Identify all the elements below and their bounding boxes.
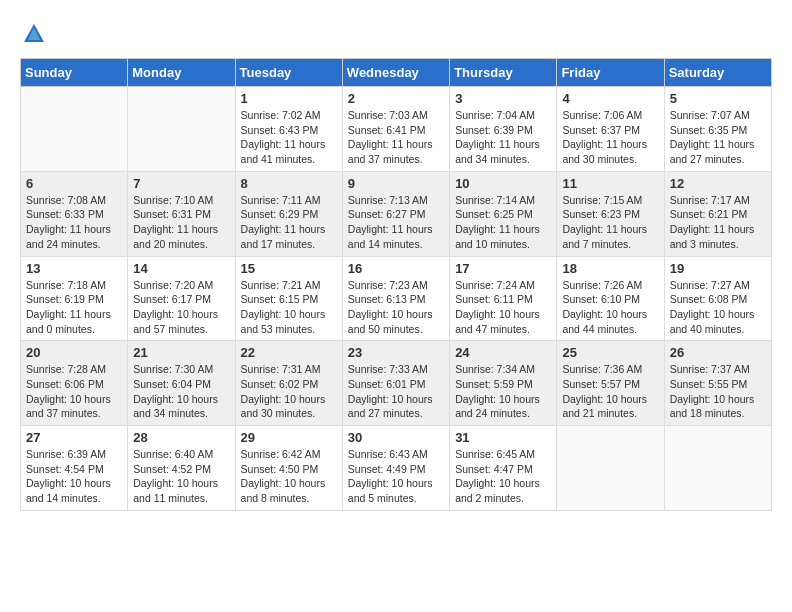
day-info: Sunrise: 7:24 AM Sunset: 6:11 PM Dayligh…: [455, 278, 551, 337]
table-row: 12Sunrise: 7:17 AM Sunset: 6:21 PM Dayli…: [664, 171, 771, 256]
day-info: Sunrise: 7:14 AM Sunset: 6:25 PM Dayligh…: [455, 193, 551, 252]
day-number: 22: [241, 345, 337, 360]
calendar: SundayMondayTuesdayWednesdayThursdayFrid…: [20, 58, 772, 511]
day-number: 8: [241, 176, 337, 191]
header: [20, 20, 772, 48]
day-info: Sunrise: 7:21 AM Sunset: 6:15 PM Dayligh…: [241, 278, 337, 337]
week-row-4: 20Sunrise: 7:28 AM Sunset: 6:06 PM Dayli…: [21, 341, 772, 426]
day-info: Sunrise: 7:07 AM Sunset: 6:35 PM Dayligh…: [670, 108, 766, 167]
day-info: Sunrise: 7:08 AM Sunset: 6:33 PM Dayligh…: [26, 193, 122, 252]
table-row: 29Sunrise: 6:42 AM Sunset: 4:50 PM Dayli…: [235, 426, 342, 511]
logo: [20, 20, 52, 48]
table-row: 25Sunrise: 7:36 AM Sunset: 5:57 PM Dayli…: [557, 341, 664, 426]
table-row: 18Sunrise: 7:26 AM Sunset: 6:10 PM Dayli…: [557, 256, 664, 341]
day-info: Sunrise: 7:28 AM Sunset: 6:06 PM Dayligh…: [26, 362, 122, 421]
day-number: 17: [455, 261, 551, 276]
day-info: Sunrise: 7:04 AM Sunset: 6:39 PM Dayligh…: [455, 108, 551, 167]
table-row: 1Sunrise: 7:02 AM Sunset: 6:43 PM Daylig…: [235, 87, 342, 172]
weekday-header-friday: Friday: [557, 59, 664, 87]
day-number: 19: [670, 261, 766, 276]
day-number: 5: [670, 91, 766, 106]
day-number: 13: [26, 261, 122, 276]
weekday-header-saturday: Saturday: [664, 59, 771, 87]
day-number: 1: [241, 91, 337, 106]
weekday-header-wednesday: Wednesday: [342, 59, 449, 87]
day-info: Sunrise: 7:18 AM Sunset: 6:19 PM Dayligh…: [26, 278, 122, 337]
day-info: Sunrise: 7:37 AM Sunset: 5:55 PM Dayligh…: [670, 362, 766, 421]
day-number: 26: [670, 345, 766, 360]
table-row: 30Sunrise: 6:43 AM Sunset: 4:49 PM Dayli…: [342, 426, 449, 511]
day-info: Sunrise: 7:36 AM Sunset: 5:57 PM Dayligh…: [562, 362, 658, 421]
week-row-1: 1Sunrise: 7:02 AM Sunset: 6:43 PM Daylig…: [21, 87, 772, 172]
table-row: 4Sunrise: 7:06 AM Sunset: 6:37 PM Daylig…: [557, 87, 664, 172]
day-number: 11: [562, 176, 658, 191]
table-row: 13Sunrise: 7:18 AM Sunset: 6:19 PM Dayli…: [21, 256, 128, 341]
table-row: 20Sunrise: 7:28 AM Sunset: 6:06 PM Dayli…: [21, 341, 128, 426]
day-number: 29: [241, 430, 337, 445]
table-row: 24Sunrise: 7:34 AM Sunset: 5:59 PM Dayli…: [450, 341, 557, 426]
day-number: 2: [348, 91, 444, 106]
day-number: 20: [26, 345, 122, 360]
table-row: 22Sunrise: 7:31 AM Sunset: 6:02 PM Dayli…: [235, 341, 342, 426]
day-number: 4: [562, 91, 658, 106]
day-number: 15: [241, 261, 337, 276]
day-number: 28: [133, 430, 229, 445]
table-row: [21, 87, 128, 172]
table-row: 31Sunrise: 6:45 AM Sunset: 4:47 PM Dayli…: [450, 426, 557, 511]
table-row: 3Sunrise: 7:04 AM Sunset: 6:39 PM Daylig…: [450, 87, 557, 172]
table-row: 7Sunrise: 7:10 AM Sunset: 6:31 PM Daylig…: [128, 171, 235, 256]
table-row: 10Sunrise: 7:14 AM Sunset: 6:25 PM Dayli…: [450, 171, 557, 256]
day-info: Sunrise: 7:27 AM Sunset: 6:08 PM Dayligh…: [670, 278, 766, 337]
day-info: Sunrise: 7:30 AM Sunset: 6:04 PM Dayligh…: [133, 362, 229, 421]
week-row-2: 6Sunrise: 7:08 AM Sunset: 6:33 PM Daylig…: [21, 171, 772, 256]
table-row: 17Sunrise: 7:24 AM Sunset: 6:11 PM Dayli…: [450, 256, 557, 341]
day-number: 25: [562, 345, 658, 360]
day-info: Sunrise: 7:15 AM Sunset: 6:23 PM Dayligh…: [562, 193, 658, 252]
day-info: Sunrise: 7:23 AM Sunset: 6:13 PM Dayligh…: [348, 278, 444, 337]
day-number: 12: [670, 176, 766, 191]
table-row: 5Sunrise: 7:07 AM Sunset: 6:35 PM Daylig…: [664, 87, 771, 172]
table-row: 9Sunrise: 7:13 AM Sunset: 6:27 PM Daylig…: [342, 171, 449, 256]
day-number: 31: [455, 430, 551, 445]
day-number: 27: [26, 430, 122, 445]
table-row: [664, 426, 771, 511]
table-row: 23Sunrise: 7:33 AM Sunset: 6:01 PM Dayli…: [342, 341, 449, 426]
day-number: 3: [455, 91, 551, 106]
day-info: Sunrise: 6:45 AM Sunset: 4:47 PM Dayligh…: [455, 447, 551, 506]
day-number: 6: [26, 176, 122, 191]
day-info: Sunrise: 7:33 AM Sunset: 6:01 PM Dayligh…: [348, 362, 444, 421]
table-row: 6Sunrise: 7:08 AM Sunset: 6:33 PM Daylig…: [21, 171, 128, 256]
day-info: Sunrise: 6:39 AM Sunset: 4:54 PM Dayligh…: [26, 447, 122, 506]
day-info: Sunrise: 7:06 AM Sunset: 6:37 PM Dayligh…: [562, 108, 658, 167]
day-info: Sunrise: 7:10 AM Sunset: 6:31 PM Dayligh…: [133, 193, 229, 252]
day-number: 16: [348, 261, 444, 276]
table-row: 28Sunrise: 6:40 AM Sunset: 4:52 PM Dayli…: [128, 426, 235, 511]
day-number: 18: [562, 261, 658, 276]
weekday-header-thursday: Thursday: [450, 59, 557, 87]
table-row: 15Sunrise: 7:21 AM Sunset: 6:15 PM Dayli…: [235, 256, 342, 341]
day-info: Sunrise: 7:17 AM Sunset: 6:21 PM Dayligh…: [670, 193, 766, 252]
generalblue-logo-icon: [20, 20, 48, 48]
weekday-header-tuesday: Tuesday: [235, 59, 342, 87]
day-number: 21: [133, 345, 229, 360]
day-number: 14: [133, 261, 229, 276]
day-info: Sunrise: 7:34 AM Sunset: 5:59 PM Dayligh…: [455, 362, 551, 421]
table-row: 26Sunrise: 7:37 AM Sunset: 5:55 PM Dayli…: [664, 341, 771, 426]
day-info: Sunrise: 7:02 AM Sunset: 6:43 PM Dayligh…: [241, 108, 337, 167]
table-row: [128, 87, 235, 172]
day-info: Sunrise: 6:43 AM Sunset: 4:49 PM Dayligh…: [348, 447, 444, 506]
day-info: Sunrise: 6:40 AM Sunset: 4:52 PM Dayligh…: [133, 447, 229, 506]
day-number: 9: [348, 176, 444, 191]
week-row-5: 27Sunrise: 6:39 AM Sunset: 4:54 PM Dayli…: [21, 426, 772, 511]
table-row: 21Sunrise: 7:30 AM Sunset: 6:04 PM Dayli…: [128, 341, 235, 426]
day-info: Sunrise: 7:31 AM Sunset: 6:02 PM Dayligh…: [241, 362, 337, 421]
day-number: 7: [133, 176, 229, 191]
table-row: [557, 426, 664, 511]
table-row: 14Sunrise: 7:20 AM Sunset: 6:17 PM Dayli…: [128, 256, 235, 341]
table-row: 27Sunrise: 6:39 AM Sunset: 4:54 PM Dayli…: [21, 426, 128, 511]
weekday-header-monday: Monday: [128, 59, 235, 87]
weekday-header-row: SundayMondayTuesdayWednesdayThursdayFrid…: [21, 59, 772, 87]
week-row-3: 13Sunrise: 7:18 AM Sunset: 6:19 PM Dayli…: [21, 256, 772, 341]
table-row: 2Sunrise: 7:03 AM Sunset: 6:41 PM Daylig…: [342, 87, 449, 172]
day-info: Sunrise: 7:03 AM Sunset: 6:41 PM Dayligh…: [348, 108, 444, 167]
